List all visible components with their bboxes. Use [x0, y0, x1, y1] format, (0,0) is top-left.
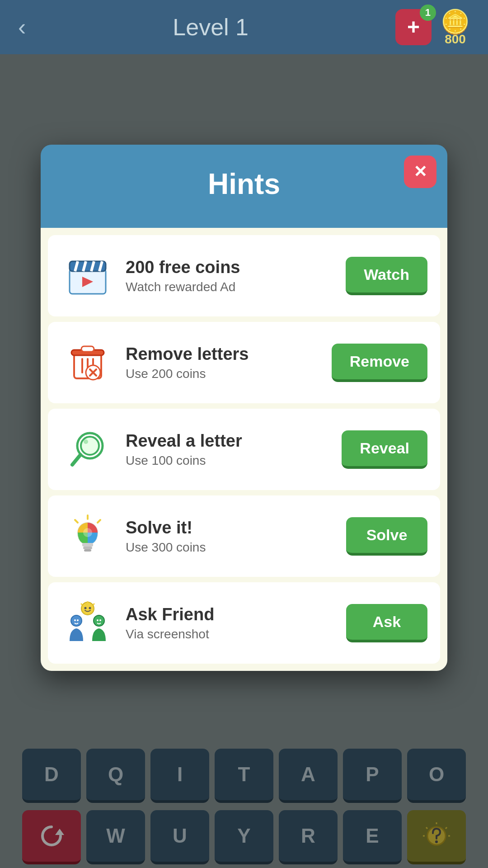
svg-line-37 — [93, 604, 94, 605]
add-coins-button[interactable]: 1 — [395, 9, 432, 45]
hint-info-reveal: Reveal a letter Use 100 coins — [126, 431, 331, 468]
hint-name-watch: 200 free coins — [126, 258, 335, 277]
hint-row-reveal: Reveal a letter Use 100 coins Reveal — [48, 409, 440, 490]
hint-desc-ask: Via screenshot — [126, 627, 335, 642]
level-title: Level 1 — [173, 14, 249, 41]
modal-body: 200 free coins Watch rewarded Ad Watch — [41, 228, 447, 671]
header: ‹ Level 1 1 🪙 800 — [0, 0, 488, 54]
svg-line-29 — [98, 520, 100, 523]
svg-point-41 — [71, 615, 82, 626]
svg-rect-33 — [83, 547, 92, 549]
svg-rect-20 — [81, 346, 94, 352]
hint-name-reveal: Reveal a letter — [126, 431, 331, 451]
svg-point-43 — [74, 619, 76, 621]
hint-desc-solve: Use 300 coins — [126, 540, 335, 555]
ask-button[interactable]: Ask — [346, 604, 427, 642]
svg-point-25 — [81, 437, 99, 455]
modal-overlay: Hints — [0, 54, 488, 868]
hint-row-remove: Remove letters Use 200 coins Remove — [48, 322, 440, 403]
coins-value: 800 — [445, 32, 466, 47]
modal-header: Hints — [41, 145, 447, 228]
svg-point-27 — [84, 439, 88, 444]
friends-icon — [61, 596, 115, 650]
back-button[interactable]: ‹ — [18, 14, 26, 41]
coins-display[interactable]: 🪙 800 — [441, 8, 470, 47]
svg-point-31 — [83, 528, 92, 537]
hint-name-ask: Ask Friend — [126, 605, 335, 624]
hint-info-solve: Solve it! Use 300 coins — [126, 518, 335, 555]
svg-line-26 — [72, 455, 80, 465]
svg-rect-34 — [84, 549, 91, 552]
magnify-icon — [61, 422, 115, 476]
svg-point-35 — [81, 602, 94, 615]
reveal-button[interactable]: Reveal — [342, 430, 427, 469]
close-button[interactable] — [404, 156, 436, 188]
svg-line-30 — [75, 520, 78, 523]
solve-button[interactable]: Solve — [346, 517, 427, 556]
hint-desc-reveal: Use 100 coins — [126, 453, 331, 468]
notification-badge: 1 — [420, 5, 436, 21]
clapperboard-icon — [61, 249, 115, 303]
svg-point-45 — [97, 619, 99, 621]
coins-icon: 🪙 — [441, 8, 470, 36]
bulb-icon — [61, 509, 115, 563]
svg-point-40 — [89, 607, 91, 609]
modal-title: Hints — [208, 168, 280, 200]
hint-row-ask: Ask Friend Via screenshot Ask — [48, 582, 440, 664]
hint-desc-remove: Use 200 coins — [126, 367, 321, 381]
hint-info-remove: Remove letters Use 200 coins — [126, 344, 321, 381]
trash-icon — [61, 335, 115, 390]
header-right: 1 🪙 800 — [395, 8, 470, 47]
svg-point-46 — [99, 619, 101, 621]
hint-name-remove: Remove letters — [126, 344, 321, 364]
svg-rect-32 — [82, 543, 93, 547]
svg-line-38 — [81, 604, 82, 605]
hint-name-solve: Solve it! — [126, 518, 335, 538]
svg-point-42 — [94, 615, 104, 626]
hint-desc-watch: Watch rewarded Ad — [126, 280, 335, 294]
hint-info-watch: 200 free coins Watch rewarded Ad — [126, 258, 335, 294]
svg-point-44 — [77, 619, 79, 621]
hints-modal: Hints — [41, 145, 447, 671]
hint-info-ask: Ask Friend Via screenshot — [126, 605, 335, 642]
hint-row-solve: Solve it! Use 300 coins Solve — [48, 495, 440, 577]
hint-row-watch: 200 free coins Watch rewarded Ad Watch — [48, 235, 440, 316]
watch-button[interactable]: Watch — [346, 257, 427, 295]
svg-point-39 — [84, 607, 87, 609]
remove-button[interactable]: Remove — [332, 344, 427, 382]
game-area: D Q I T A P O W U Y R E — [0, 54, 488, 868]
